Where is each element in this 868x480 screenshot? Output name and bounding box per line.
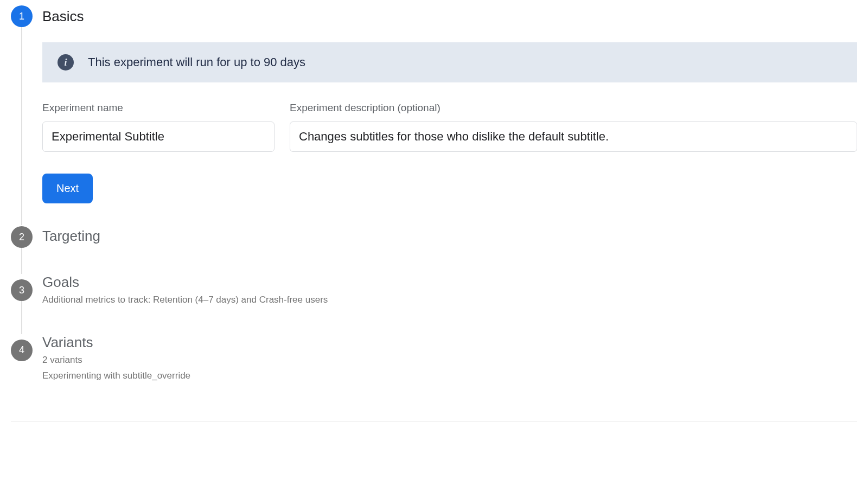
experiment-desc-label: Experiment description (optional) — [290, 102, 857, 114]
step-title-targeting: Targeting — [42, 228, 857, 245]
divider — [11, 421, 857, 421]
step-goals[interactable]: 3 Goals Additional metrics to track: Ret… — [11, 274, 857, 334]
info-icon: i — [58, 54, 74, 71]
step-number-targeting: 2 — [11, 226, 33, 248]
step-title-variants: Variants — [42, 334, 857, 351]
step-subtitle-goals: Additional metrics to track: Retention (… — [42, 293, 857, 307]
form-group-desc: Experiment description (optional) — [290, 102, 857, 152]
step-content-basics: i This experiment will run for up to 90 … — [42, 42, 857, 203]
next-button[interactable]: Next — [42, 174, 93, 203]
step-title-goals: Goals — [42, 274, 857, 291]
experiment-desc-input[interactable] — [290, 121, 857, 152]
step-number-basics: 1 — [11, 5, 33, 27]
step-subtitle-variants-1: 2 variants — [42, 353, 857, 367]
step-basics: 1 Basics i This experiment will run for … — [11, 5, 857, 225]
step-variants[interactable]: 4 Variants 2 variants Experimenting with… — [11, 334, 857, 410]
info-banner: i This experiment will run for up to 90 … — [42, 42, 857, 82]
step-subtitle-variants-2: Experimenting with subtitle_override — [42, 369, 857, 383]
form-group-name: Experiment name — [42, 102, 275, 152]
step-header-goals: Goals Additional metrics to track: Reten… — [42, 274, 857, 307]
step-header-targeting: Targeting — [42, 225, 857, 247]
form-row: Experiment name Experiment description (… — [42, 102, 857, 152]
step-header-basics: Basics — [42, 5, 857, 27]
step-title-basics: Basics — [42, 8, 857, 25]
stepper: 1 Basics i This experiment will run for … — [11, 5, 857, 410]
step-number-goals: 3 — [11, 279, 33, 301]
info-banner-text: This experiment will run for up to 90 da… — [88, 55, 305, 69]
step-header-variants: Variants 2 variants Experimenting with s… — [42, 334, 857, 383]
experiment-name-input[interactable] — [42, 121, 275, 152]
experiment-name-label: Experiment name — [42, 102, 275, 114]
step-targeting[interactable]: 2 Targeting — [11, 225, 857, 274]
step-number-variants: 4 — [11, 340, 33, 361]
